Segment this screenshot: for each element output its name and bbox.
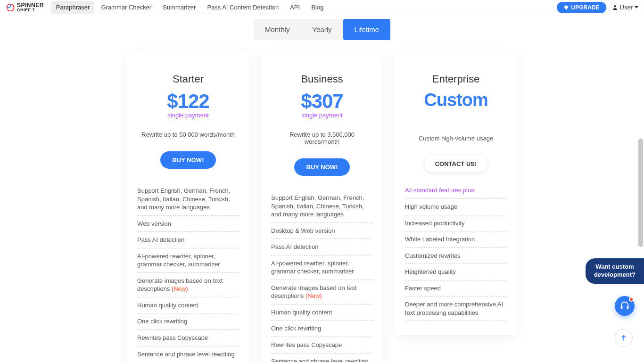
nav-pass-ai[interactable]: Pass AI Content Detection bbox=[202, 1, 283, 14]
pricing-row: Starter $122 single payment Rewrite up t… bbox=[0, 51, 644, 362]
feature-item: Pass AI detection bbox=[137, 232, 239, 248]
plan-price: $122 bbox=[137, 90, 239, 113]
feature-item: Desktop & Web version bbox=[271, 223, 373, 239]
header-bar: SPINNER CHIEF 7 Paraphraser Grammar Chec… bbox=[0, 0, 644, 15]
upgrade-label: UPGRADE bbox=[571, 4, 600, 11]
feature-item: Web version bbox=[137, 216, 239, 232]
plan-limit: Rewrite up to 50,000 words/month bbox=[137, 131, 239, 138]
nav-grammar-checker[interactable]: Grammar Checker bbox=[96, 1, 156, 14]
scrollbar-thumb[interactable] bbox=[638, 139, 643, 247]
plan-starter: Starter $122 single payment Rewrite up t… bbox=[127, 51, 249, 362]
headset-icon bbox=[619, 301, 630, 311]
feature-item: Support English, German, French, Spanish… bbox=[137, 183, 239, 216]
feature-item: Heightened quality bbox=[405, 264, 507, 280]
tab-lifetime[interactable]: Lifetime bbox=[343, 19, 391, 40]
feature-item: Human quality content bbox=[137, 297, 239, 314]
feature-item: Increased productivity bbox=[405, 215, 507, 232]
arrow-up-icon bbox=[619, 334, 628, 342]
tab-monthly[interactable]: Monthly bbox=[254, 19, 301, 40]
feature-item: One click rewriting bbox=[271, 321, 373, 337]
custom-dev-tip[interactable]: Want custom development? bbox=[586, 258, 644, 284]
brand-sub: CHIEF 7 bbox=[17, 8, 44, 12]
plus-label: All standard features plus: bbox=[405, 187, 507, 199]
plan-tier: Enterprise bbox=[405, 73, 507, 85]
feature-item: White Labeled Integration bbox=[405, 231, 507, 248]
billing-tabs: Monthly Yearly Lifetime bbox=[0, 19, 644, 40]
feature-item: Generate images based on text descriptio… bbox=[137, 273, 239, 297]
brand-icon bbox=[6, 3, 15, 12]
feature-item: Generate images based on text descriptio… bbox=[271, 280, 373, 304]
upgrade-button[interactable]: UPGRADE bbox=[557, 2, 606, 13]
scrollbar[interactable] bbox=[638, 16, 643, 361]
nav-api[interactable]: API bbox=[285, 1, 305, 14]
tab-yearly[interactable]: Yearly bbox=[301, 19, 343, 40]
feature-list-enterprise: High volume usage Increased productivity… bbox=[405, 199, 507, 321]
chat-button[interactable] bbox=[615, 296, 635, 316]
feature-item: Sentence and phrase level rewriting bbox=[271, 354, 373, 362]
feature-item: Rewrites pass Copyscape bbox=[271, 337, 373, 354]
user-icon bbox=[612, 4, 618, 10]
plan-price: $307 bbox=[271, 90, 373, 113]
feature-item: Sentence and phrase level rewriting bbox=[137, 346, 239, 362]
feature-item: Pass AI detection bbox=[271, 239, 373, 255]
feature-item: AI-powered rewriter, spinner, grammar ch… bbox=[137, 248, 239, 273]
contact-button[interactable]: CONTACT US! bbox=[425, 155, 487, 173]
plan-period: single payment bbox=[137, 112, 239, 119]
plan-price: Custom bbox=[405, 90, 507, 110]
plan-limit: Custom high-volume usage bbox=[405, 135, 507, 142]
plan-limit: Rewrite up to 3,500,000 words/month bbox=[271, 131, 373, 145]
diamond-icon bbox=[563, 5, 569, 10]
user-label: User bbox=[620, 4, 633, 11]
scroll-top-button[interactable] bbox=[615, 329, 633, 347]
nav-summarizer[interactable]: Summarizer bbox=[158, 1, 200, 14]
tip-line1: Want custom bbox=[594, 263, 636, 271]
feature-item: One click rewriting bbox=[137, 313, 239, 330]
feature-item: Faster speed bbox=[405, 280, 507, 297]
plan-business: Business $307 single payment Rewrite up … bbox=[261, 51, 383, 362]
main-nav: Paraphraser Grammar Checker Summarizer P… bbox=[51, 1, 328, 14]
buy-button-starter[interactable]: BUY NOW! bbox=[160, 151, 216, 169]
feature-item: Human quality content bbox=[271, 304, 373, 321]
feature-item: Customized rewrites bbox=[405, 248, 507, 264]
notification-dot bbox=[629, 297, 634, 302]
nav-paraphraser[interactable]: Paraphraser bbox=[51, 1, 95, 14]
plan-tier: Business bbox=[271, 73, 373, 85]
buy-button-business[interactable]: BUY NOW! bbox=[294, 158, 350, 176]
plan-tier: Starter bbox=[137, 73, 239, 85]
feature-item: Rewrites pass Copyscape bbox=[137, 330, 239, 346]
plan-period: single payment bbox=[271, 112, 373, 119]
plan-enterprise: Enterprise Custom Custom high-volume usa… bbox=[395, 51, 517, 335]
feature-list-business: Support English, German, French, Spanish… bbox=[271, 190, 373, 362]
feature-list-starter: Support English, German, French, Spanish… bbox=[137, 183, 239, 362]
feature-item: Deeper and more comprehensive AI text pr… bbox=[405, 296, 507, 321]
new-tag: (New) bbox=[305, 292, 322, 299]
feature-item: High volume usage bbox=[405, 199, 507, 215]
tip-line2: development? bbox=[594, 271, 636, 279]
feature-item: AI-powered rewriter, spinner, grammar ch… bbox=[271, 255, 373, 280]
user-menu[interactable]: User bbox=[612, 4, 638, 11]
brand-logo[interactable]: SPINNER CHIEF 7 bbox=[6, 2, 44, 12]
chevron-down-icon bbox=[635, 6, 638, 8]
feature-item: Support English, German, French, Spanish… bbox=[271, 190, 373, 223]
content: Monthly Yearly Lifetime Starter $122 sin… bbox=[0, 15, 644, 362]
new-tag: (New) bbox=[172, 285, 188, 292]
svg-point-1 bbox=[614, 5, 616, 7]
nav-blog[interactable]: Blog bbox=[306, 1, 328, 14]
